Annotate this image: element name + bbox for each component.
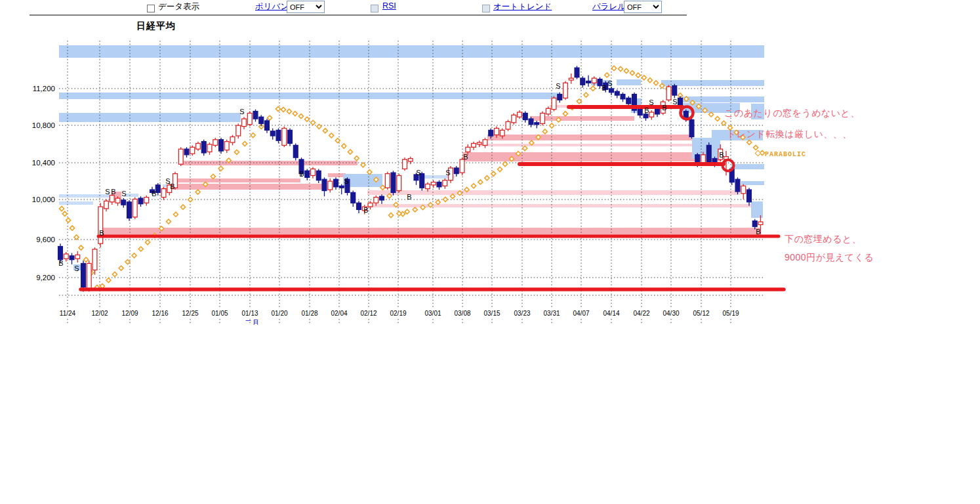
candle [506, 121, 510, 129]
candle [374, 198, 378, 203]
signal-B: B [299, 170, 304, 178]
signal-B: B [407, 193, 411, 201]
candle [495, 128, 499, 135]
data-display-checkbox[interactable] [147, 5, 155, 12]
candle [747, 190, 752, 202]
candle [638, 108, 642, 115]
y-tick-label: 9,200 [36, 274, 55, 282]
candle [431, 182, 436, 185]
signal-B: B [152, 190, 156, 198]
signal-S: S [105, 188, 110, 196]
x-tick-label: 01/28 [301, 310, 317, 317]
candlestick-series [58, 66, 763, 291]
data-display-label: データ表示 [158, 1, 199, 12]
candle [552, 98, 556, 109]
candle [437, 182, 441, 187]
x-tick-label: 02/04 [331, 310, 347, 317]
x-tick-label: 01/20 [271, 310, 287, 317]
candle [339, 186, 344, 188]
signal-S: S [607, 79, 612, 87]
bollinger-link[interactable]: ポリバン [255, 1, 289, 12]
candle [368, 203, 373, 207]
autotrend-checkbox[interactable] [482, 5, 490, 12]
candle [293, 145, 298, 158]
x-tick-label: 04/07 [573, 310, 589, 317]
candle [161, 189, 166, 198]
candle [523, 113, 527, 119]
candle [500, 130, 504, 136]
parabolic-legend: PARABOLIC [756, 151, 806, 158]
candle [535, 123, 539, 125]
candle [207, 144, 212, 152]
signal-B: B [602, 84, 606, 92]
candle [247, 113, 252, 124]
candle [581, 78, 585, 85]
candle [230, 136, 235, 142]
y-tick-label: 10,800 [32, 121, 55, 129]
x-tick-label: 12/25 [182, 310, 198, 317]
parallel-link[interactable]: パラレル [592, 1, 626, 12]
bollinger-select[interactable]: OFF [287, 1, 325, 13]
candle [391, 173, 396, 192]
x-tick-label: 03/01 [424, 310, 441, 317]
y-axis-labels: 11,20010,80010,40010,0009,6009,200 [32, 85, 55, 282]
autotrend-link[interactable]: オートトレンド [493, 1, 552, 12]
x-tick-label: 12/09 [121, 310, 138, 317]
candle [305, 171, 310, 177]
annotation-upper-window-2: トレンド転換は厳しい、、、 [727, 129, 852, 140]
candle [316, 171, 321, 180]
candle [64, 254, 68, 259]
signal-S: S [239, 108, 244, 116]
candle [466, 147, 470, 152]
trend-lines-red [81, 107, 784, 289]
candle [575, 68, 579, 77]
candle [655, 108, 660, 114]
candle [403, 159, 407, 169]
candle [196, 144, 201, 150]
x-tick-label: 02/19 [390, 310, 406, 317]
candle [408, 159, 413, 161]
month-axis-note: 二月 [245, 318, 259, 325]
parabolic-diamond-icon [755, 150, 762, 157]
candle [672, 86, 677, 95]
rsi-link[interactable]: RSI [382, 1, 396, 10]
candle [621, 94, 625, 99]
candle [236, 125, 241, 136]
candle [75, 255, 80, 259]
x-tick-label: 04/14 [603, 310, 619, 317]
candle [81, 263, 86, 287]
x-tick-label: 02/12 [360, 310, 377, 317]
gap-window-bands-pink [98, 105, 761, 235]
candle [649, 112, 654, 117]
parallel-select[interactable]: OFF [624, 1, 662, 13]
x-tick-label: 12/16 [152, 310, 168, 317]
candle [201, 142, 206, 153]
candle [701, 155, 706, 163]
signal-B: B [99, 229, 104, 237]
y-tick-label: 10,400 [32, 159, 55, 167]
candle [133, 199, 137, 217]
annotation-lower-window-1: 下の窓埋めると、 [785, 234, 861, 245]
candle [586, 81, 591, 83]
x-tick-label: 05/12 [693, 310, 709, 317]
autotrend-checkbox-wrap [482, 2, 490, 14]
rsi-checkbox[interactable] [371, 5, 378, 12]
signal-B: B [58, 259, 63, 267]
candle [592, 78, 596, 83]
candle [311, 169, 316, 175]
signal-S: S [445, 169, 450, 177]
candle [454, 168, 459, 174]
signal-S: S [672, 98, 677, 106]
signal-B: B [719, 151, 724, 159]
candle [483, 140, 487, 146]
x-tick-label: 01/13 [241, 310, 258, 317]
signal-S: S [416, 169, 420, 177]
candle [518, 112, 522, 117]
signal-B: B [662, 104, 666, 112]
x-tick-label: 04/30 [663, 310, 679, 317]
candle [426, 184, 430, 188]
candle [385, 174, 390, 188]
signal-B: B [756, 228, 760, 236]
candle [443, 180, 447, 186]
y-tick-label: 11,200 [33, 85, 55, 93]
